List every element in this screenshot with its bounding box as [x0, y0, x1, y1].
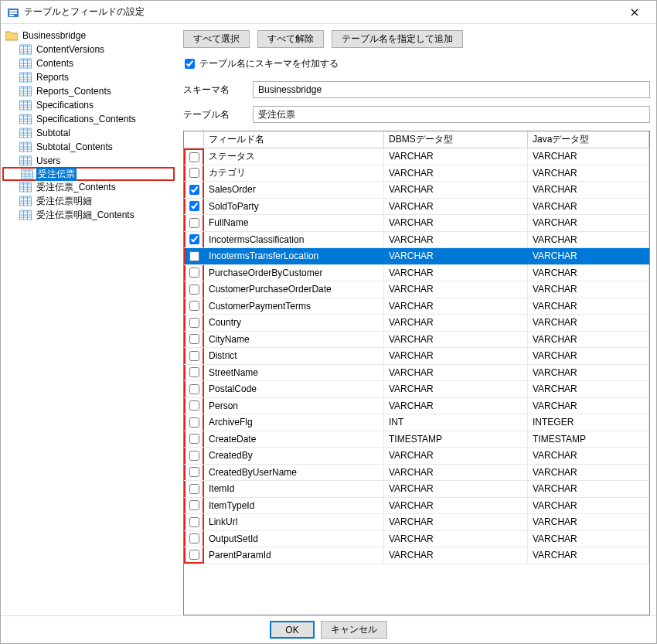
- field-java-cell: VARCHAR: [528, 465, 649, 481]
- tree-item[interactable]: 受注伝票: [2, 167, 175, 181]
- schema-input[interactable]: [253, 81, 650, 98]
- tree-item[interactable]: Specifications: [2, 98, 175, 112]
- field-java-cell: VARCHAR: [528, 547, 649, 564]
- table-row[interactable]: CustomerPurchaseOrderDateVARCHARVARCHAR: [184, 281, 649, 298]
- table-icon: [19, 155, 32, 166]
- field-name-cell: ステータス: [204, 148, 384, 165]
- field-checkbox[interactable]: [189, 267, 199, 278]
- tree-item[interactable]: Subtotal_Contents: [2, 140, 175, 154]
- table-row[interactable]: CreateDateTIMESTAMPTIMESTAMP: [184, 431, 649, 448]
- table-row[interactable]: IncotermsClassificationVARCHARVARCHAR: [184, 232, 649, 249]
- tree-item-label: 受注伝票: [36, 168, 77, 181]
- field-checkbox[interactable]: [189, 234, 199, 244]
- table-row[interactable]: CreatedByUserNameVARCHARVARCHAR: [184, 465, 649, 482]
- field-checkbox[interactable]: [189, 301, 199, 311]
- table-row[interactable]: PostalCodeVARCHARVARCHAR: [184, 381, 649, 398]
- tree-item[interactable]: 受注伝票_Contents: [2, 180, 175, 194]
- field-name-cell: CustomerPurchaseOrderDate: [204, 281, 384, 298]
- table-row[interactable]: CityNameVARCHARVARCHAR: [184, 332, 649, 349]
- tree-item-label: Reports_Contents: [35, 86, 113, 97]
- field-name-cell: CustomerPaymentTerms: [204, 298, 384, 315]
- tree-item[interactable]: ContentVersions: [2, 43, 175, 56]
- tree-item-label: Reports: [35, 72, 70, 83]
- tree-item[interactable]: Subtotal: [2, 126, 175, 140]
- field-checkbox[interactable]: [189, 367, 199, 377]
- append-schema-label[interactable]: テーブル名にスキーマを付加する: [199, 57, 339, 70]
- tree-item[interactable]: Users: [2, 154, 175, 168]
- tree-item[interactable]: Specifications_Contents: [2, 112, 175, 126]
- grid-body[interactable]: ステータスVARCHARVARCHARカテゴリVARCHARVARCHARSal…: [184, 148, 649, 615]
- table-row[interactable]: IncotermsTransferLocationVARCHARVARCHAR: [184, 248, 649, 265]
- table-row[interactable]: SoldToPartyVARCHARVARCHAR: [184, 199, 649, 216]
- table-row[interactable]: カテゴリVARCHARVARCHAR: [184, 165, 649, 182]
- field-checkbox[interactable]: [189, 400, 199, 411]
- table-row[interactable]: SalesOrderVARCHARVARCHAR: [184, 182, 649, 199]
- table-row[interactable]: CustomerPaymentTermsVARCHARVARCHAR: [184, 298, 649, 315]
- tree-item[interactable]: Reports: [2, 70, 175, 84]
- svg-rect-71: [20, 196, 32, 199]
- table-row[interactable]: ステータスVARCHARVARCHAR: [184, 148, 649, 165]
- field-checkbox[interactable]: [189, 533, 199, 543]
- table-row[interactable]: DistrictVARCHARVARCHAR: [184, 348, 649, 365]
- select-all-button[interactable]: すべて選択: [183, 30, 250, 48]
- field-checkbox[interactable]: [189, 351, 199, 361]
- field-checkbox[interactable]: [189, 500, 199, 510]
- table-row[interactable]: FullNameVARCHARVARCHAR: [184, 215, 649, 232]
- field-checkbox[interactable]: [189, 467, 199, 477]
- table-row[interactable]: ArchiveFlgINTINTEGER: [184, 414, 649, 431]
- field-checkbox[interactable]: [189, 451, 199, 461]
- field-checkbox[interactable]: [189, 517, 199, 527]
- field-checkbox[interactable]: [189, 218, 199, 228]
- field-checkbox[interactable]: [189, 417, 199, 428]
- table-row[interactable]: StreetNameVARCHARVARCHAR: [184, 365, 649, 382]
- table-icon: [19, 196, 32, 206]
- field-checkbox[interactable]: [189, 185, 199, 195]
- deselect-all-button[interactable]: すべて解除: [257, 30, 324, 48]
- field-dbms-cell: VARCHAR: [384, 265, 528, 281]
- table-row[interactable]: PersonVARCHARVARCHAR: [184, 398, 649, 415]
- table-row[interactable]: ItemIdVARCHARVARCHAR: [184, 481, 649, 498]
- header-dbms[interactable]: DBMSデータ型: [384, 131, 528, 148]
- tree-item[interactable]: 受注伝票明細_Contents: [2, 208, 175, 222]
- table-row[interactable]: CountryVARCHARVARCHAR: [184, 315, 649, 332]
- table-input[interactable]: [253, 106, 650, 123]
- field-checkbox[interactable]: [189, 251, 199, 261]
- header-java[interactable]: Javaデータ型: [528, 131, 649, 148]
- field-checkbox[interactable]: [189, 168, 199, 178]
- tree-item[interactable]: Contents: [2, 56, 175, 70]
- header-field[interactable]: フィールド名: [204, 131, 384, 148]
- field-name-cell: SoldToParty: [204, 199, 384, 215]
- table-row[interactable]: CreatedByVARCHARVARCHAR: [184, 448, 649, 465]
- ok-button[interactable]: OK: [270, 621, 314, 639]
- tree-item-label: Subtotal: [35, 128, 72, 138]
- field-dbms-cell: INT: [384, 414, 528, 431]
- field-checkbox[interactable]: [189, 201, 199, 211]
- app-icon: [7, 6, 19, 19]
- field-checkbox[interactable]: [189, 152, 199, 162]
- field-checkbox[interactable]: [189, 384, 199, 394]
- table-icon: [19, 100, 32, 111]
- table-row[interactable]: ItemTypeIdVARCHARVARCHAR: [184, 498, 649, 515]
- field-checkbox[interactable]: [189, 550, 199, 560]
- table-row[interactable]: PurchaseOrderByCustomerVARCHARVARCHAR: [184, 265, 649, 282]
- field-checkbox[interactable]: [189, 434, 199, 444]
- field-name-cell: ItemTypeId: [204, 498, 384, 514]
- field-name-cell: ArchiveFlg: [204, 414, 384, 431]
- append-schema-checkbox[interactable]: [185, 59, 195, 69]
- close-button[interactable]: [619, 2, 650, 23]
- add-by-name-button[interactable]: テーブル名を指定して追加: [332, 30, 463, 48]
- field-checkbox[interactable]: [189, 285, 199, 295]
- cancel-button[interactable]: キャンセル: [321, 621, 387, 639]
- tree-item[interactable]: 受注伝票明細: [2, 194, 175, 208]
- field-checkbox[interactable]: [189, 318, 199, 328]
- tree-root[interactable]: Businessbridge: [2, 29, 175, 43]
- svg-rect-47: [20, 142, 32, 145]
- field-checkbox[interactable]: [189, 484, 199, 494]
- svg-rect-77: [20, 210, 32, 213]
- table-row[interactable]: ParentParamIdVARCHARVARCHAR: [184, 547, 649, 564]
- table-row[interactable]: LinkUrlVARCHARVARCHAR: [184, 514, 649, 531]
- field-checkbox[interactable]: [189, 334, 199, 344]
- table-row[interactable]: OutputSetIdVARCHARVARCHAR: [184, 531, 649, 548]
- svg-rect-59: [22, 169, 33, 172]
- tree-item[interactable]: Reports_Contents: [2, 84, 175, 98]
